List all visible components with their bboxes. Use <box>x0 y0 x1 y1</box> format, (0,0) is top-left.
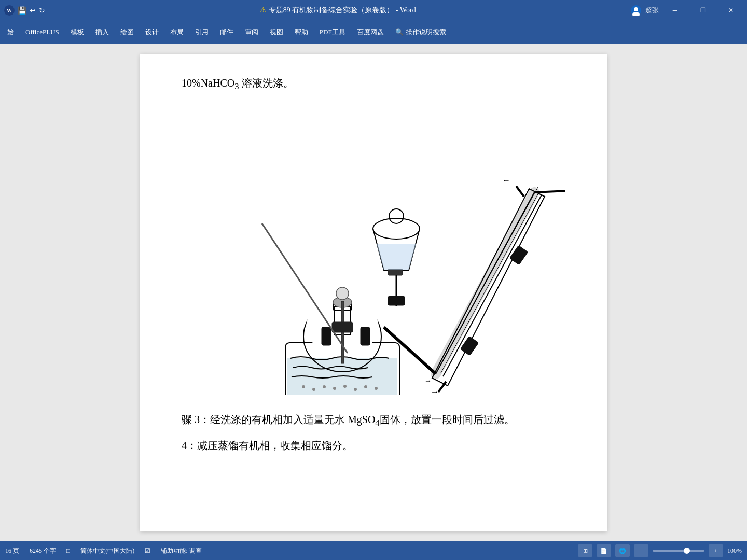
assist-label: ☑ <box>145 547 150 555</box>
menu-item-pdf[interactable]: PDF工具 <box>314 25 351 39</box>
svg-point-7 <box>302 385 305 388</box>
zoom-thumb <box>684 548 690 554</box>
step3-label: 骤 3： <box>182 414 210 425</box>
zoom-level: 100% <box>727 547 742 555</box>
user-name: 超张 <box>645 6 659 15</box>
menu-bar: 始 OfficePLUS 模板 插入 绘图 设计 布局 引用 邮件 审阅 视图 … <box>0 21 747 44</box>
menu-item-draw[interactable]: 绘图 <box>115 25 139 39</box>
svg-point-8 <box>312 388 315 391</box>
svg-line-40 <box>516 186 524 197</box>
status-bar: 16 页 6245 个字 □ 简体中文(中国大陆) ☑ 辅助功能: 调查 ⊞ 📄… <box>0 541 747 560</box>
titlebar-left: W 💾 ↩ ↻ <box>4 5 45 16</box>
menu-item-template[interactable]: 模板 <box>65 25 89 39</box>
page-info: 16 页 <box>5 547 19 555</box>
lab-apparatus-svg: .lab { fill: none; stroke: #000; stroke-… <box>182 104 565 395</box>
svg-point-28 <box>373 218 420 239</box>
quick-access-undo[interactable]: ↩ <box>30 6 36 15</box>
close-button[interactable]: ✕ <box>719 2 743 19</box>
quick-access-save[interactable]: 💾 <box>18 6 26 15</box>
svg-text:→: → <box>424 377 432 385</box>
svg-point-3 <box>634 7 638 11</box>
app-icon: W <box>4 5 15 16</box>
title-bar: W 💾 ↩ ↻ ⚠ 专题89 有机物制备综合实验（原卷版） - Word 超张 … <box>0 0 747 21</box>
step4-content: 减压蒸馏有机相，收集相应馏分。 <box>197 440 353 451</box>
svg-line-37 <box>441 191 540 373</box>
svg-point-13 <box>364 385 367 388</box>
zoom-slider[interactable] <box>653 550 704 552</box>
menu-item-baidu[interactable]: 百度网盘 <box>352 25 389 39</box>
user-avatar-icon <box>631 5 641 16</box>
titlebar-refresh-icon[interactable]: ↻ <box>39 6 45 15</box>
svg-rect-25 <box>322 327 331 345</box>
menu-item-view[interactable]: 视图 <box>265 25 288 39</box>
statusbar-right: ⊞ 📄 🌐 − + 100% <box>578 544 742 557</box>
search-icon: 🔍 <box>395 28 404 36</box>
document-area: 10%NaHCO3 溶液洗涤。 .lab { fill: none; strok… <box>0 44 747 541</box>
svg-text:←: ← <box>502 176 510 185</box>
svg-rect-26 <box>361 327 370 345</box>
lab-diagram-container: .lab { fill: none; stroke: #000; stroke-… <box>182 104 565 395</box>
language: 简体中文(中国大陆) <box>80 547 134 555</box>
menu-item-search[interactable]: 🔍 操作说明搜索 <box>390 25 451 39</box>
minimize-button[interactable]: ─ <box>663 2 687 19</box>
layout-read-button[interactable]: 📄 <box>597 544 611 557</box>
svg-point-11 <box>343 385 347 388</box>
step4-text: 4：减压蒸馏有机相，收集相应馏分。 <box>182 436 565 455</box>
step4-label: 4： <box>182 440 197 451</box>
svg-point-22 <box>336 287 349 300</box>
document-title: ⚠ 专题89 有机物制备综合实验（原卷版） - Word <box>45 6 631 15</box>
maximize-button[interactable]: ❐ <box>691 2 715 19</box>
warn-icon: ⚠ <box>260 6 267 14</box>
assist-text: 辅助功能: 调查 <box>161 547 201 555</box>
menu-item-home[interactable]: 始 <box>2 25 19 39</box>
menu-item-review[interactable]: 审阅 <box>240 25 264 39</box>
step3-text: 骤 3：经洗涤的有机相加入适量无水 MgSO4固体，放置一段时间后过滤。 <box>182 410 565 431</box>
zoom-in-button[interactable]: + <box>709 544 723 557</box>
svg-rect-31 <box>388 296 405 305</box>
svg-point-14 <box>375 387 378 390</box>
title-text: 专题89 有机物制备综合实验（原卷版） - Word <box>269 6 416 14</box>
svg-line-36 <box>438 187 538 369</box>
document-page[interactable]: 10%NaHCO3 溶液洗涤。 .lab { fill: none; strok… <box>140 54 607 531</box>
menu-item-insert[interactable]: 插入 <box>90 25 114 39</box>
svg-point-10 <box>333 387 336 390</box>
step3-content: 经洗涤的有机相加入适量无水 MgSO4固体，放置一段时间后过滤。 <box>210 414 515 425</box>
zoom-out-button[interactable]: − <box>634 544 648 557</box>
svg-text:→: → <box>431 387 439 395</box>
layout-web-button[interactable]: 🌐 <box>615 544 630 557</box>
svg-point-12 <box>354 388 357 391</box>
layout-normal-button[interactable]: ⊞ <box>578 544 592 557</box>
svg-line-35 <box>443 195 542 376</box>
menu-item-help[interactable]: 帮助 <box>289 25 313 39</box>
svg-rect-24 <box>332 322 353 332</box>
titlebar-right: 超张 ─ ❐ ✕ <box>631 2 743 19</box>
intro-text: 10%NaHCO3 溶液洗涤。 <box>182 75 565 94</box>
svg-line-27 <box>262 223 348 353</box>
menu-item-design[interactable]: 设计 <box>140 25 164 39</box>
word-count: 6245 个字 <box>30 547 56 555</box>
svg-point-32 <box>389 209 404 223</box>
svg-text:W: W <box>7 8 12 13</box>
lang-indicator: □ <box>66 547 70 555</box>
menu-item-reference[interactable]: 引用 <box>190 25 214 39</box>
svg-point-9 <box>323 385 326 388</box>
menu-item-layout[interactable]: 布局 <box>165 25 189 39</box>
menu-item-officeplus[interactable]: OfficePLUS <box>20 26 64 38</box>
menu-item-mail[interactable]: 邮件 <box>215 25 239 39</box>
